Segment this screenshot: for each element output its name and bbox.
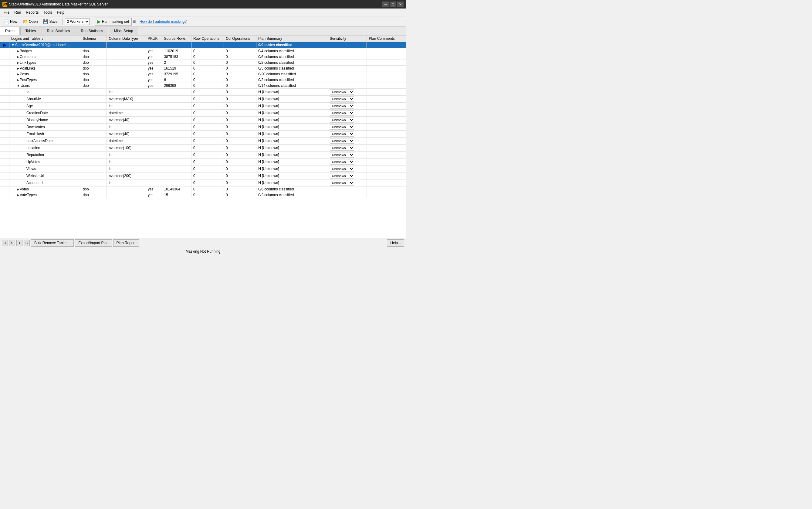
automate-help-link[interactable]: How do I automate masking? bbox=[140, 20, 187, 24]
expand-icon[interactable]: ▶ bbox=[17, 55, 19, 59]
table-row[interactable]: Reputationint00N [Unknown]UnknownNoneLow… bbox=[0, 151, 406, 159]
col-source-rows[interactable]: Source Rows bbox=[162, 36, 191, 42]
sensitivity-select[interactable]: UnknownNoneLowMediumHigh bbox=[330, 166, 354, 172]
table-row[interactable]: DisplayNamenvarchar(40)00N [Unknown]Unkn… bbox=[0, 116, 406, 124]
menu-run[interactable]: Run bbox=[12, 8, 23, 16]
table-row[interactable]: LastAccessDatedatetime00N [Unknown]Unkno… bbox=[0, 138, 406, 144]
maximize-button[interactable]: □ bbox=[390, 2, 396, 7]
table-row[interactable]: DownVotesint00N [Unknown]UnknownNoneLowM… bbox=[0, 124, 406, 131]
row-sensitivity[interactable]: UnknownNoneLowMediumHigh bbox=[328, 144, 367, 151]
sensitivity-select[interactable]: UnknownNoneLowMediumHigh bbox=[330, 110, 354, 116]
sensitivity-select[interactable]: UnknownNoneLowMediumHigh bbox=[330, 131, 354, 137]
minimize-button[interactable]: ─ bbox=[382, 2, 389, 7]
row-sensitivity[interactable]: UnknownNoneLowMediumHigh bbox=[328, 124, 367, 131]
tab-rules[interactable]: Rules bbox=[0, 27, 20, 35]
sensitivity-select[interactable]: UnknownNoneLowMediumHigh bbox=[330, 103, 354, 109]
row-sensitivity[interactable]: UnknownNoneLowMediumHigh bbox=[328, 138, 367, 144]
table-row[interactable]: ▶Commentsdboyes3875183000/6 columns clas… bbox=[0, 54, 406, 60]
table-row[interactable]: Viewsint00N [Unknown]UnknownNoneLowMediu… bbox=[0, 166, 406, 172]
table-row[interactable]: Locationnvarchar(100)00N [Unknown]Unknow… bbox=[0, 144, 406, 151]
letter-t-button[interactable]: T bbox=[16, 240, 23, 246]
row-sensitivity[interactable]: UnknownNoneLowMediumHigh bbox=[328, 89, 367, 96]
tab-run-statistics[interactable]: Run Statistics bbox=[76, 27, 108, 35]
table-row[interactable]: UpVotesint00N [Unknown]UnknownNoneLowMed… bbox=[0, 159, 406, 166]
collapse-icon[interactable]: ▼ bbox=[17, 84, 20, 88]
expand-icon[interactable]: ▶ bbox=[17, 188, 19, 191]
expand-icon[interactable]: ▶ bbox=[17, 67, 19, 70]
collapse-icon[interactable]: ▼ bbox=[11, 43, 14, 47]
workers-select[interactable]: 2 Workers 1 Worker 4 Workers bbox=[65, 18, 89, 25]
menu-help[interactable]: Help bbox=[54, 8, 67, 16]
col-row-ops[interactable]: Row Operations bbox=[191, 36, 224, 42]
expand-icon[interactable]: ▶ bbox=[17, 49, 19, 53]
run-masking-button[interactable]: ▶ Run masking set bbox=[95, 18, 132, 26]
menu-tools[interactable]: Tools bbox=[41, 8, 54, 16]
table-row[interactable]: ▶PostLinksdboyes161519000/5 columns clas… bbox=[0, 66, 406, 71]
row-sensitivity[interactable]: UnknownNoneLowMediumHigh bbox=[328, 96, 367, 103]
table-row[interactable]: Ageint00N [Unknown]UnknownNoneLowMediumH… bbox=[0, 103, 406, 110]
close-button[interactable]: ✕ bbox=[397, 2, 404, 7]
table-row[interactable]: ▶Postsdboyes3729195000/20 columns classi… bbox=[0, 71, 406, 77]
export-import-plan-button[interactable]: Export/Import Plan bbox=[75, 239, 112, 247]
sensitivity-select[interactable]: UnknownNoneLowMediumHigh bbox=[330, 180, 354, 185]
row-sensitivity[interactable]: UnknownNoneLowMediumHigh bbox=[328, 151, 367, 159]
table-row[interactable]: AccountIdint00N [Unknown]UnknownNoneLowM… bbox=[0, 179, 406, 186]
sensitivity-select[interactable]: UnknownNoneLowMediumHigh bbox=[330, 173, 354, 178]
menu-reports[interactable]: Reports bbox=[23, 8, 41, 16]
bulk-remove-tables-button[interactable]: Bulk Remove Tables... bbox=[31, 239, 74, 247]
table-row[interactable]: AboutMenvarchar(MAX)00N [Unknown]Unknown… bbox=[0, 96, 406, 103]
sensitivity-select[interactable]: UnknownNoneLowMediumHigh bbox=[330, 117, 354, 123]
table-row[interactable]: ▶▼StackOverflow2010@rm-idone1...0/9 tabl… bbox=[0, 42, 406, 48]
expand-icon[interactable]: ▶ bbox=[17, 61, 19, 64]
new-button[interactable]: 📄 New bbox=[2, 18, 20, 26]
col-plan-comments[interactable]: Plan Comments bbox=[367, 36, 406, 42]
save-button[interactable]: 💾 Save bbox=[41, 18, 60, 26]
table-row[interactable]: ▼Usersdboyes299398000/14 columns classif… bbox=[0, 83, 406, 89]
row-sensitivity[interactable]: UnknownNoneLowMediumHigh bbox=[328, 131, 367, 138]
sensitivity-select[interactable]: UnknownNoneLowMediumHigh bbox=[330, 96, 354, 102]
col-col-ops[interactable]: Col Operations bbox=[224, 36, 256, 42]
table-row[interactable]: ▶Badgesdboyes1102019000/4 columns classi… bbox=[0, 48, 406, 54]
tab-misc-setup[interactable]: Misc. Setup bbox=[109, 27, 138, 35]
letter-o-button[interactable]: O bbox=[2, 240, 8, 246]
table-row[interactable]: ▶LinkTypesdboyes2000/2 columns classifie… bbox=[0, 60, 406, 66]
table-row[interactable]: EmailHashnvarchar(40)00N [Unknown]Unknow… bbox=[0, 131, 406, 138]
sensitivity-select[interactable]: UnknownNoneLowMediumHigh bbox=[330, 145, 354, 150]
sensitivity-select[interactable]: UnknownNoneLowMediumHigh bbox=[330, 159, 354, 165]
row-sensitivity[interactable]: UnknownNoneLowMediumHigh bbox=[328, 172, 367, 179]
row-sensitivity[interactable]: UnknownNoneLowMediumHigh bbox=[328, 110, 367, 116]
table-row[interactable]: ▶Votesdboyes10143364000/6 columns classi… bbox=[0, 186, 406, 192]
col-sensitivity[interactable]: Sensitivity bbox=[328, 36, 367, 42]
table-row[interactable]: ▶PostTypesdboyes8000/2 columns classifie… bbox=[0, 77, 406, 83]
tab-tables[interactable]: Tables bbox=[20, 27, 41, 35]
table-row[interactable]: ▶VoteTypesdboyes15000/2 columns classifi… bbox=[0, 192, 406, 198]
sensitivity-select[interactable]: UnknownNoneLowMediumHigh bbox=[330, 152, 354, 158]
row-sensitivity[interactable]: UnknownNoneLowMediumHigh bbox=[328, 166, 367, 172]
help-button[interactable]: Help... bbox=[387, 239, 404, 247]
col-plan-summary[interactable]: Plan Summary bbox=[256, 36, 328, 42]
tab-rule-statistics[interactable]: Rule Statistics bbox=[42, 27, 75, 35]
sensitivity-select[interactable]: UnknownNoneLowMediumHigh bbox=[330, 138, 354, 144]
col-logins[interactable]: Logins and Tables ↕ bbox=[9, 36, 81, 42]
expand-icon[interactable]: ▶ bbox=[17, 193, 19, 197]
plan-report-button[interactable]: Plan Report bbox=[113, 239, 139, 247]
expand-icon[interactable]: ▶ bbox=[17, 78, 19, 82]
table-row[interactable]: Idint00N [Unknown]UnknownNoneLowMediumHi… bbox=[0, 89, 406, 96]
row-sensitivity[interactable]: UnknownNoneLowMediumHigh bbox=[328, 159, 367, 166]
row-sensitivity[interactable]: UnknownNoneLowMediumHigh bbox=[328, 103, 367, 110]
row-sensitivity[interactable]: UnknownNoneLowMediumHigh bbox=[328, 116, 367, 124]
letter-s-button[interactable]: S bbox=[9, 240, 15, 246]
col-schema[interactable]: Schema bbox=[81, 36, 107, 42]
expand-icon[interactable]: ▶ bbox=[17, 72, 19, 76]
row-sensitivity[interactable]: UnknownNoneLowMediumHigh bbox=[328, 179, 367, 186]
sensitivity-select[interactable]: UnknownNoneLowMediumHigh bbox=[330, 89, 354, 95]
letter-c-button[interactable]: C bbox=[24, 240, 30, 246]
col-datatype[interactable]: Column DataType bbox=[107, 36, 146, 42]
open-button[interactable]: 📂 Open bbox=[21, 18, 40, 26]
data-table-container[interactable]: Logins and Tables ↕ Schema Column DataTy… bbox=[0, 35, 406, 238]
sensitivity-select[interactable]: UnknownNoneLowMediumHigh bbox=[330, 124, 354, 130]
menu-file[interactable]: File bbox=[1, 8, 12, 16]
table-row[interactable]: WebsiteUrlnvarchar(200)00N [Unknown]Unkn… bbox=[0, 172, 406, 179]
table-row[interactable]: CreationDatedatetime00N [Unknown]Unknown… bbox=[0, 110, 406, 116]
col-pkuk[interactable]: PKUK bbox=[146, 36, 162, 42]
